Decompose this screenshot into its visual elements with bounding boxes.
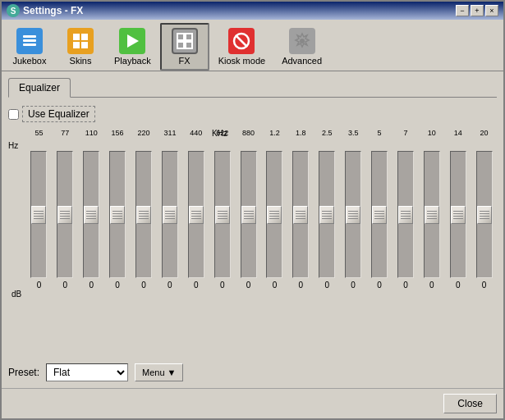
advanced-label: Advanced xyxy=(282,56,322,66)
svg-rect-6 xyxy=(81,42,88,48)
freq-sliders-container: Hz 55771101562203114406228801.21.82.53.5… xyxy=(8,129,497,360)
tab-strip: Equalizer xyxy=(8,78,497,98)
slider-col-3.5 xyxy=(341,151,366,278)
slider-col-311 xyxy=(157,151,182,278)
playback-label: Playback xyxy=(114,56,151,66)
slider-track-20[interactable] xyxy=(476,151,493,278)
toolbar-kiosk[interactable]: Kiosk mode xyxy=(211,23,273,71)
slider-thumb-311[interactable] xyxy=(163,206,177,224)
freq-label-7: 7 xyxy=(393,129,418,150)
sliders-row xyxy=(8,151,497,278)
svg-rect-11 xyxy=(186,42,192,48)
value-label-55: 0 xyxy=(26,281,52,290)
slider-track-55[interactable] xyxy=(30,151,47,278)
slider-track-1.2[interactable] xyxy=(266,151,282,278)
slider-track-311[interactable] xyxy=(162,151,178,278)
svg-rect-0 xyxy=(23,35,36,38)
svg-rect-10 xyxy=(177,42,184,48)
slider-thumb-220[interactable] xyxy=(136,206,151,224)
slider-track-440[interactable] xyxy=(188,151,204,278)
slider-thumb-622[interactable] xyxy=(215,206,230,224)
preset-menu-button[interactable]: Menu ▼ xyxy=(135,363,183,381)
svg-line-13 xyxy=(236,35,247,47)
slider-track-1.8[interactable] xyxy=(292,151,309,278)
slider-thumb-10[interactable] xyxy=(425,206,439,224)
slider-thumb-7[interactable] xyxy=(398,206,413,224)
slider-col-14 xyxy=(445,151,471,278)
slider-thumb-880[interactable] xyxy=(241,206,256,224)
titlebar: S Settings - FX − + × xyxy=(2,2,503,20)
slider-thumb-14[interactable] xyxy=(451,206,466,224)
value-label-10: 0 xyxy=(419,281,444,290)
slider-thumb-77[interactable] xyxy=(57,206,72,224)
slider-col-156 xyxy=(105,151,131,278)
jukebox-label: Jukebox xyxy=(13,56,47,66)
svg-rect-5 xyxy=(73,42,80,48)
slider-track-220[interactable] xyxy=(135,151,152,278)
value-label-3.5: 0 xyxy=(341,281,366,290)
freq-label-14: 14 xyxy=(445,129,471,150)
tab-equalizer[interactable]: Equalizer xyxy=(8,78,71,98)
slider-thumb-1.2[interactable] xyxy=(267,206,282,224)
freq-label-5: 5 xyxy=(367,129,393,150)
settings-window: S Settings - FX − + × Jukebox xyxy=(0,0,505,420)
close-button[interactable]: Close xyxy=(443,394,497,413)
preset-select[interactable]: Flat xyxy=(46,363,128,381)
maximize-button[interactable]: + xyxy=(471,5,484,16)
freq-label-156: 156 xyxy=(105,129,131,150)
svg-rect-8 xyxy=(177,34,184,40)
slider-thumb-55[interactable] xyxy=(31,206,46,224)
slider-track-10[interactable] xyxy=(424,151,440,278)
equalizer-panel: Use Equalizer Hz 55771101562203114406228… xyxy=(8,104,497,381)
jukebox-icon xyxy=(16,28,43,54)
value-label-5: 0 xyxy=(367,281,393,290)
value-label-1.8: 0 xyxy=(288,281,314,290)
use-eq-label[interactable]: Use Equalizer xyxy=(22,106,95,122)
close-title-button[interactable]: × xyxy=(485,5,498,16)
toolbar-skins[interactable]: Skins xyxy=(56,23,105,71)
slider-col-440 xyxy=(183,151,209,278)
freq-label-3.5: 3.5 xyxy=(341,129,366,150)
slider-track-880[interactable] xyxy=(241,151,257,278)
fx-icon xyxy=(172,28,198,54)
slider-track-156[interactable] xyxy=(109,151,126,278)
minimize-button[interactable]: − xyxy=(456,5,469,16)
toolbar-playback[interactable]: Playback xyxy=(107,23,158,71)
slider-track-7[interactable] xyxy=(397,151,414,278)
slider-track-14[interactable] xyxy=(450,151,466,278)
slider-thumb-110[interactable] xyxy=(84,206,99,224)
toolbar-advanced[interactable]: Advanced xyxy=(274,23,329,71)
slider-track-77[interactable] xyxy=(57,151,73,278)
slider-thumb-3.5[interactable] xyxy=(346,206,360,224)
toolbar-jukebox[interactable]: Jukebox xyxy=(5,23,54,71)
slider-col-7 xyxy=(393,151,418,278)
slider-col-1.2 xyxy=(262,151,287,278)
slider-col-55 xyxy=(26,151,52,278)
values-row: 000000000000000000 xyxy=(26,281,497,290)
slider-thumb-20[interactable] xyxy=(477,206,492,224)
svg-point-14 xyxy=(300,39,305,43)
use-eq-checkbox[interactable] xyxy=(8,109,19,120)
slider-col-110 xyxy=(79,151,104,278)
slider-track-110[interactable] xyxy=(83,151,99,278)
db-row: 000000000000000000 xyxy=(8,281,497,290)
freq-label-2.5: 2.5 xyxy=(314,129,340,150)
slider-thumb-2.5[interactable] xyxy=(319,206,334,224)
playback-icon xyxy=(119,28,145,54)
slider-thumb-1.8[interactable] xyxy=(293,206,308,224)
slider-track-2.5[interactable] xyxy=(319,151,335,278)
preset-label: Preset: xyxy=(8,367,39,378)
slider-thumb-5[interactable] xyxy=(372,206,387,224)
skins-icon xyxy=(67,28,94,54)
slider-track-5[interactable] xyxy=(371,151,388,278)
slider-thumb-156[interactable] xyxy=(110,206,125,224)
svg-marker-7 xyxy=(127,34,139,48)
toolbar-fx[interactable]: FX xyxy=(160,23,209,71)
kiosk-label: Kiosk mode xyxy=(218,56,265,66)
slider-track-3.5[interactable] xyxy=(345,151,361,278)
svg-rect-9 xyxy=(186,34,192,40)
slider-thumb-440[interactable] xyxy=(189,206,204,224)
axis-spacer xyxy=(8,151,26,278)
slider-track-622[interactable] xyxy=(214,151,231,278)
freq-label-20: 20 xyxy=(471,129,497,150)
